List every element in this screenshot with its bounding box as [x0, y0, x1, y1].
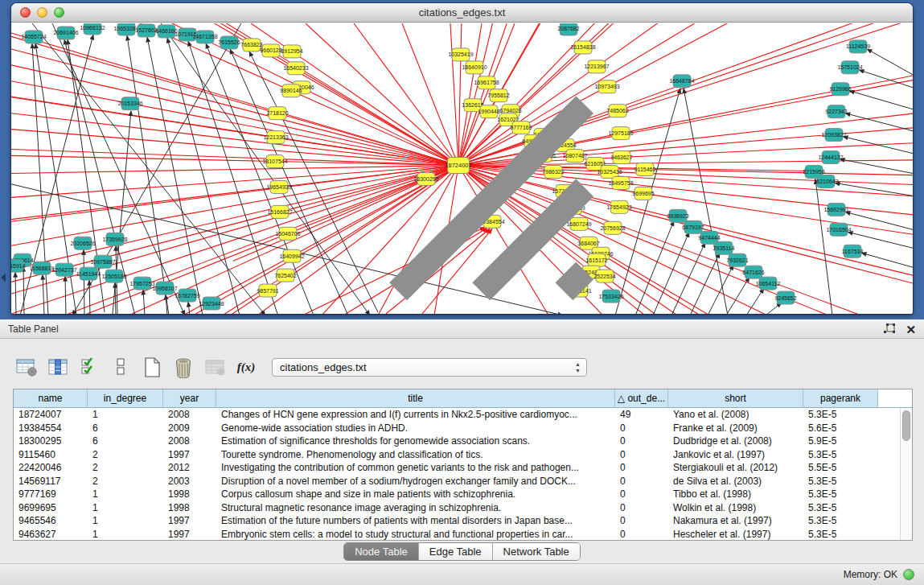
cell-pagerank: 5.3E-5	[803, 488, 878, 501]
cell-title: Estimation of significance thresholds fo…	[216, 435, 615, 448]
zoom-window-button[interactable]	[54, 7, 64, 18]
cell-in_degree: 2	[88, 448, 163, 462]
table-row[interactable]: 1456911722003Disruption of a novel membe…	[14, 475, 912, 488]
table-row[interactable]: 911546021997Tourette syndrome. Phenomeno…	[14, 448, 912, 462]
function-fx-button[interactable]: f(x)	[234, 355, 258, 379]
cell-pagerank: 5.9E-5	[803, 435, 878, 448]
cell-in_degree: 1	[88, 408, 163, 422]
toggle-rows-button[interactable]	[109, 355, 133, 379]
minimize-window-button[interactable]	[37, 7, 47, 18]
table-row[interactable]: 946362711997Embryonic stem cells: a mode…	[14, 528, 912, 542]
cell-pagerank: 5.3E-5	[803, 514, 878, 528]
cell-name: 9777169	[14, 488, 88, 501]
memory-ok-indicator[interactable]	[903, 569, 914, 580]
cell-name: 9463627	[14, 528, 88, 542]
cell-out_de: 0	[615, 448, 668, 462]
cell-year: 2009	[163, 422, 216, 435]
cell-in_degree: 1	[88, 501, 163, 515]
table-tabbar: Node TableEdge TableNetwork Table	[0, 542, 924, 561]
delete-table-disabled-button[interactable]	[203, 355, 227, 379]
cell-out_de: 0	[615, 501, 668, 515]
cell-pagerank: 5.3E-5	[803, 501, 878, 515]
table-row[interactable]: 1830029562008Estimation of significance …	[14, 435, 912, 448]
select-column-button[interactable]	[46, 355, 70, 379]
new-file-button[interactable]	[140, 355, 164, 379]
cell-title: Tourette syndrome. Phenomenology and cla…	[216, 448, 615, 462]
cell-in_degree: 2	[88, 475, 163, 488]
cell-title: Estimation of the future numbers of pati…	[216, 514, 615, 528]
tab-network-table[interactable]: Network Table	[493, 543, 580, 560]
dropdown-stepper-icon: ▲▼	[575, 361, 581, 374]
tab-edge-table[interactable]: Edge Table	[419, 543, 493, 560]
cell-name: 19384554	[14, 422, 88, 435]
column-header-year[interactable]: year	[163, 389, 216, 407]
delete-trash-button[interactable]	[171, 355, 195, 379]
vertical-scrollbar[interactable]	[900, 408, 912, 540]
network-canvas[interactable]: 7663822966012889129541654023322420046989…	[11, 23, 913, 314]
cell-name: 22420046	[14, 461, 88, 475]
column-header-in_degree[interactable]: in_degree	[88, 389, 163, 407]
cell-name: 9115460	[14, 448, 88, 462]
cell-year: 1998	[163, 488, 216, 501]
cell-in_degree: 1	[88, 514, 163, 528]
tab-node-table[interactable]: Node Table	[344, 543, 419, 560]
cell-short: Franke et al. (2009)	[668, 422, 803, 435]
table-header-row: namein_degreeyeartitle△ out_de...shortpa…	[14, 389, 912, 408]
cell-year: 2012	[163, 461, 216, 475]
collapse-handle-icon[interactable]	[1, 274, 6, 282]
cell-out_de: 0	[615, 435, 668, 448]
cell-title: Genome-wide association studies in ADHD.	[216, 422, 615, 435]
cell-title: Investigating the contribution of common…	[216, 461, 615, 475]
scrollbar-thumb[interactable]	[902, 410, 910, 441]
cell-short: Hescheler et al. (1997)	[668, 528, 803, 542]
table-row[interactable]: 2242004622012Investigating the contribut…	[14, 461, 912, 475]
cell-title: Disruption of a novel member of a sodium…	[216, 475, 615, 488]
float-panel-icon[interactable]	[883, 323, 896, 336]
cell-year: 1998	[163, 501, 216, 515]
cell-year: 2008	[163, 408, 216, 422]
column-header-title[interactable]: title	[216, 389, 615, 407]
close-panel-icon[interactable]: ✕	[906, 323, 916, 336]
window-titlebar[interactable]: citations_edges.txt	[11, 3, 913, 23]
close-window-button[interactable]	[20, 7, 31, 18]
cell-name: 14569117	[14, 475, 88, 488]
network-window: citations_edges.txt 76638229660128891295…	[11, 3, 913, 314]
cell-pagerank: 5.5E-5	[803, 461, 878, 475]
cell-pagerank: 5.3E-5	[803, 475, 878, 488]
cell-name: 18724007	[14, 408, 88, 422]
table-panel-title: Table Panel	[0, 319, 924, 339]
cell-pagerank: 5.3E-5	[803, 448, 878, 462]
table-selector-value: citations_edges.txt	[280, 361, 367, 373]
table-selector-dropdown[interactable]: citations_edges.txt▲▼	[272, 358, 587, 377]
header-filler	[878, 389, 912, 407]
memory-status-label: Memory: OK	[844, 569, 897, 580]
cell-title: Corpus callosum shape and size in male p…	[216, 488, 615, 501]
cell-short: de Silva et al. (2003)	[668, 475, 803, 488]
cell-title: Changes of HCN gene expression and I(f) …	[216, 408, 615, 422]
resize-grip[interactable]	[11, 22, 911, 312]
cell-in_degree: 1	[88, 528, 163, 542]
cell-in_degree: 6	[88, 435, 163, 448]
table-panel-header: Table Panel ✕	[0, 319, 924, 339]
table-row[interactable]: 1872400712008Changes of HCN gene express…	[14, 408, 912, 422]
cell-short: Nakamura et al. (1997)	[668, 514, 803, 528]
cell-short: Tibbo et al. (1998)	[668, 488, 803, 501]
table-row[interactable]: 977716911998Corpus callosum shape and si…	[14, 488, 912, 501]
table-row[interactable]: 969969511998Structural magnetic resonanc…	[14, 501, 912, 515]
select-all-check-button[interactable]	[77, 355, 101, 379]
cell-in_degree: 2	[88, 461, 163, 475]
column-header-pagerank[interactable]: pagerank	[803, 389, 878, 407]
table-row[interactable]: 946554611997Estimation of the future num…	[14, 514, 912, 528]
cell-short: Wolkin et al. (1998)	[668, 501, 803, 515]
cell-short: Stergiakouli et al. (2012)	[668, 461, 803, 475]
column-header-short[interactable]: short	[668, 389, 803, 407]
cell-pagerank: 5.3E-5	[803, 408, 878, 422]
table-settings-button[interactable]	[14, 355, 39, 379]
column-header-out_de[interactable]: △ out_de...	[615, 389, 668, 407]
column-header-name[interactable]: name	[14, 389, 88, 407]
cell-pagerank: 5.6E-5	[803, 422, 878, 435]
network-desktop: citations_edges.txt 76638229660128891295…	[0, 0, 924, 319]
table-row[interactable]: 1938455462009Genome-wide association stu…	[14, 422, 912, 435]
cell-out_de: 0	[615, 422, 668, 435]
cell-year: 2008	[163, 435, 216, 448]
